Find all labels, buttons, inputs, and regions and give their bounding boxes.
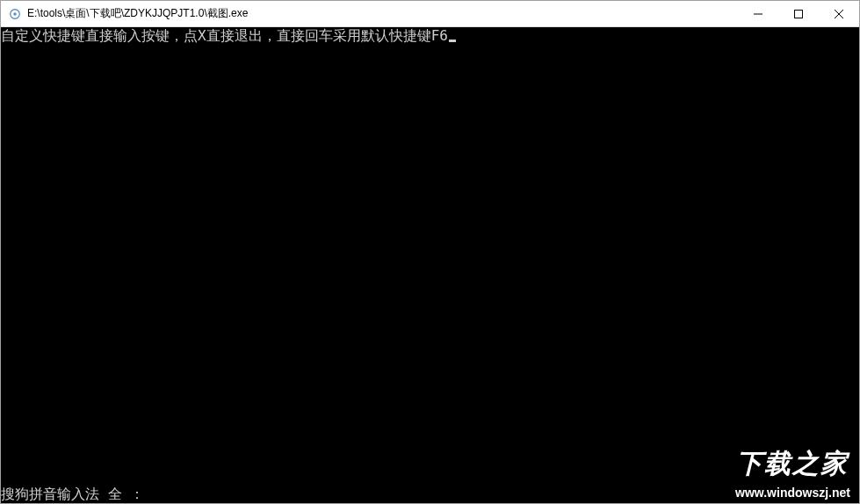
app-icon	[8, 7, 22, 21]
minimize-button[interactable]	[738, 1, 778, 26]
console-ime-line: 搜狗拼音输入法 全 ：	[1, 486, 144, 503]
maximize-button[interactable]	[778, 1, 819, 26]
console-prompt-text: 自定义快捷键直接输入按键，点X直接退出，直接回车采用默认快捷键F6	[1, 27, 448, 44]
watermark-text: 下载之家	[736, 446, 849, 482]
console-area[interactable]: 自定义快捷键直接输入按键，点X直接退出，直接回车采用默认快捷键F6 搜狗拼音输入…	[1, 27, 859, 503]
text-cursor	[449, 40, 456, 42]
console-ime-text: 搜狗拼音输入法 全 ：	[1, 486, 144, 502]
window-controls	[738, 1, 859, 26]
svg-point-1	[13, 12, 17, 16]
titlebar-left: E:\tools\桌面\下载吧\ZDYKJJQPJT1.0\截图.exe	[8, 6, 248, 21]
svg-rect-3	[795, 10, 803, 18]
app-window: E:\tools\桌面\下载吧\ZDYKJJQPJT1.0\截图.exe 自定义…	[0, 0, 860, 504]
close-button[interactable]	[819, 1, 859, 26]
watermark-url: www.windowszj.net	[735, 486, 850, 500]
titlebar[interactable]: E:\tools\桌面\下载吧\ZDYKJJQPJT1.0\截图.exe	[1, 1, 859, 27]
window-title: E:\tools\桌面\下载吧\ZDYKJJQPJT1.0\截图.exe	[27, 6, 248, 21]
console-prompt-line: 自定义快捷键直接输入按键，点X直接退出，直接回车采用默认快捷键F6	[1, 27, 456, 45]
